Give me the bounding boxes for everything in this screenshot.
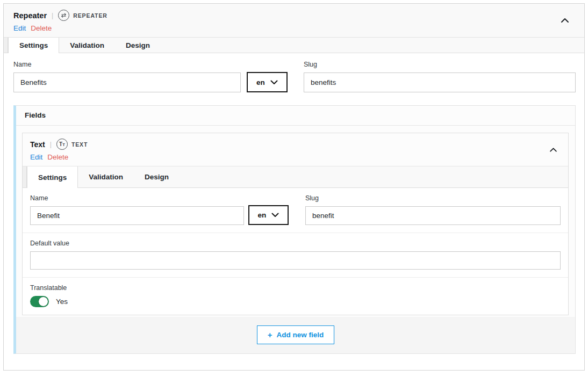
translatable-toggle[interactable] xyxy=(30,296,49,307)
text-field-title: Text xyxy=(30,140,45,149)
slug-input[interactable] xyxy=(304,73,576,92)
text-field-collapse-chevron-up-icon[interactable] xyxy=(547,145,560,154)
plus-icon: + xyxy=(268,331,273,339)
chevron-down-icon xyxy=(270,80,278,85)
translatable-label: Translatable xyxy=(30,284,561,292)
name-label: Name xyxy=(30,194,244,202)
tabbar-stub xyxy=(23,166,27,187)
default-value-input[interactable] xyxy=(30,251,561,270)
text-field-card: Text | TT TEXT Edit Delete xyxy=(22,133,569,315)
repeater-type-badge: REPEATER xyxy=(58,10,107,21)
repeater-delete-link[interactable]: Delete xyxy=(31,24,52,32)
repeater-type-label: REPEATER xyxy=(73,12,107,19)
name-label: Name xyxy=(13,61,241,68)
name-input[interactable] xyxy=(30,206,244,225)
text-type-badge: TT TEXT xyxy=(56,139,88,150)
fields-section-title: Fields xyxy=(16,106,575,126)
text-field-header: Text | TT TEXT Edit Delete xyxy=(23,133,568,166)
text-field-tabbar: Settings Validation Design xyxy=(23,166,568,188)
add-new-field-button[interactable]: + Add new field xyxy=(257,325,335,344)
locale-select[interactable]: en xyxy=(247,72,288,92)
slug-input[interactable] xyxy=(305,206,561,225)
repeater-tab-settings[interactable]: Settings xyxy=(8,38,59,53)
locale-value: en xyxy=(256,78,265,86)
toggle-knob xyxy=(38,296,48,307)
repeater-title: Repeater xyxy=(13,11,47,20)
repeater-header: Repeater | REPEATER Edit Delete xyxy=(4,4,584,38)
fields-footer: + Add new field xyxy=(16,317,575,353)
title-separator: | xyxy=(52,12,53,19)
repeater-collapse-chevron-up-icon[interactable] xyxy=(558,16,571,25)
text-field-edit-link[interactable]: Edit xyxy=(30,153,42,161)
text-field-delete-link[interactable]: Delete xyxy=(47,153,68,161)
text-field-tab-design[interactable]: Design xyxy=(134,166,180,187)
text-field-settings-content: Name en Slug xyxy=(23,188,568,315)
text-type-label: TEXT xyxy=(71,141,88,148)
repeater-tab-validation[interactable]: Validation xyxy=(59,38,115,53)
chevron-down-icon xyxy=(271,213,279,218)
repeater-edit-link[interactable]: Edit xyxy=(13,24,26,32)
repeater-tab-design[interactable]: Design xyxy=(115,38,161,53)
tabbar-stub xyxy=(4,38,8,53)
translatable-value: Yes xyxy=(56,298,68,306)
title-separator: | xyxy=(50,141,52,148)
slug-label: Slug xyxy=(304,61,576,68)
text-Tt-icon: TT xyxy=(56,139,68,150)
text-field-tab-settings[interactable]: Settings xyxy=(27,166,78,188)
slug-label: Slug xyxy=(305,194,561,202)
text-field-tab-validation[interactable]: Validation xyxy=(78,166,134,187)
name-input[interactable] xyxy=(13,73,241,92)
repeater-fieldset-panel: Repeater | REPEATER Edit Delete xyxy=(3,3,585,371)
locale-value: en xyxy=(258,211,267,219)
default-value-label: Default value xyxy=(30,240,561,247)
fields-section: Fields Text | TT TEXT xyxy=(13,105,576,354)
repeater-tabbar: Settings Validation Design xyxy=(4,38,584,53)
repeat-icon xyxy=(58,10,69,21)
repeater-settings-content: Name en Slug Fields Text xyxy=(4,53,584,370)
add-new-field-label: Add new field xyxy=(277,331,324,339)
locale-select[interactable]: en xyxy=(248,205,289,225)
